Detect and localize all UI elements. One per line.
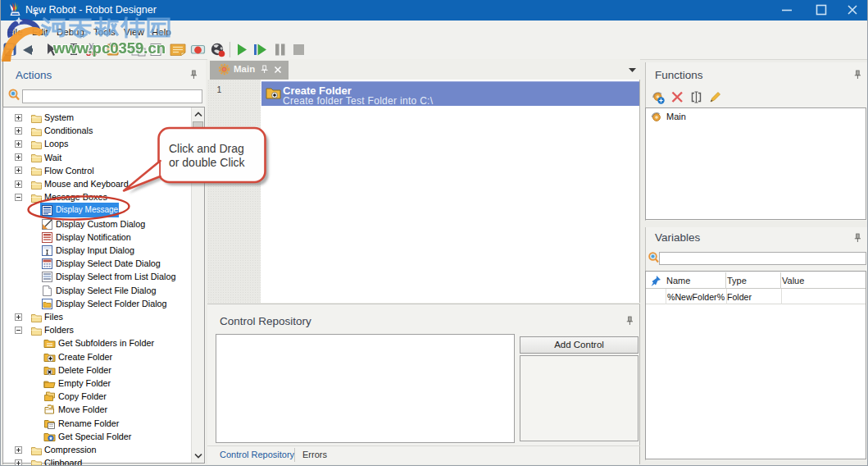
svg-text:www.pc0359.cn: www.pc0359.cn — [52, 39, 166, 57]
svg-text:or double Click: or double Click — [169, 156, 246, 169]
svg-text:Click and Drag: Click and Drag — [169, 142, 244, 155]
